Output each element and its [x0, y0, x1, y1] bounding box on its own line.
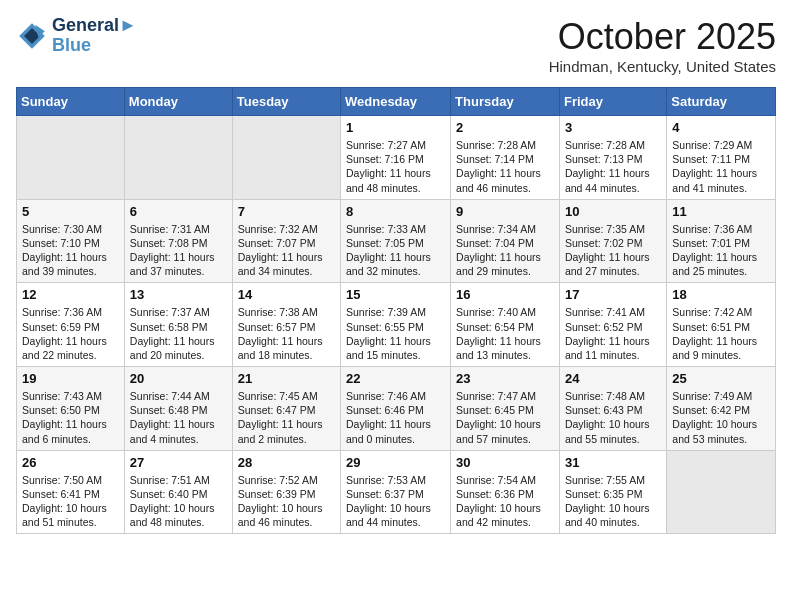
calendar-cell: 15Sunrise: 7:39 AM Sunset: 6:55 PM Dayli…	[341, 283, 451, 367]
day-info: Sunrise: 7:40 AM Sunset: 6:54 PM Dayligh…	[456, 305, 554, 362]
day-info: Sunrise: 7:29 AM Sunset: 7:11 PM Dayligh…	[672, 138, 770, 195]
day-number: 20	[130, 371, 227, 386]
calendar-cell: 12Sunrise: 7:36 AM Sunset: 6:59 PM Dayli…	[17, 283, 125, 367]
day-number: 3	[565, 120, 661, 135]
calendar-table: SundayMondayTuesdayWednesdayThursdayFrid…	[16, 87, 776, 534]
day-number: 22	[346, 371, 445, 386]
calendar-cell: 3Sunrise: 7:28 AM Sunset: 7:13 PM Daylig…	[559, 116, 666, 200]
day-number: 17	[565, 287, 661, 302]
day-info: Sunrise: 7:33 AM Sunset: 7:05 PM Dayligh…	[346, 222, 445, 279]
day-info: Sunrise: 7:36 AM Sunset: 7:01 PM Dayligh…	[672, 222, 770, 279]
calendar-cell: 14Sunrise: 7:38 AM Sunset: 6:57 PM Dayli…	[232, 283, 340, 367]
calendar-cell: 4Sunrise: 7:29 AM Sunset: 7:11 PM Daylig…	[667, 116, 776, 200]
day-number: 4	[672, 120, 770, 135]
day-number: 26	[22, 455, 119, 470]
day-number: 13	[130, 287, 227, 302]
day-info: Sunrise: 7:28 AM Sunset: 7:13 PM Dayligh…	[565, 138, 661, 195]
month-title: October 2025	[549, 16, 776, 58]
day-number: 23	[456, 371, 554, 386]
calendar-cell: 10Sunrise: 7:35 AM Sunset: 7:02 PM Dayli…	[559, 199, 666, 283]
calendar-cell: 20Sunrise: 7:44 AM Sunset: 6:48 PM Dayli…	[124, 367, 232, 451]
weekday-header-saturday: Saturday	[667, 88, 776, 116]
weekday-header-wednesday: Wednesday	[341, 88, 451, 116]
calendar-cell	[124, 116, 232, 200]
day-info: Sunrise: 7:44 AM Sunset: 6:48 PM Dayligh…	[130, 389, 227, 446]
day-info: Sunrise: 7:42 AM Sunset: 6:51 PM Dayligh…	[672, 305, 770, 362]
day-info: Sunrise: 7:27 AM Sunset: 7:16 PM Dayligh…	[346, 138, 445, 195]
weekday-header-row: SundayMondayTuesdayWednesdayThursdayFrid…	[17, 88, 776, 116]
week-row-2: 5Sunrise: 7:30 AM Sunset: 7:10 PM Daylig…	[17, 199, 776, 283]
page-header: General► Blue October 2025 Hindman, Kent…	[16, 16, 776, 75]
week-row-5: 26Sunrise: 7:50 AM Sunset: 6:41 PM Dayli…	[17, 450, 776, 534]
weekday-header-thursday: Thursday	[451, 88, 560, 116]
calendar-cell: 30Sunrise: 7:54 AM Sunset: 6:36 PM Dayli…	[451, 450, 560, 534]
day-number: 11	[672, 204, 770, 219]
calendar-cell	[17, 116, 125, 200]
day-number: 19	[22, 371, 119, 386]
day-info: Sunrise: 7:32 AM Sunset: 7:07 PM Dayligh…	[238, 222, 335, 279]
day-info: Sunrise: 7:47 AM Sunset: 6:45 PM Dayligh…	[456, 389, 554, 446]
day-number: 16	[456, 287, 554, 302]
day-number: 25	[672, 371, 770, 386]
location: Hindman, Kentucky, United States	[549, 58, 776, 75]
day-number: 12	[22, 287, 119, 302]
day-info: Sunrise: 7:37 AM Sunset: 6:58 PM Dayligh…	[130, 305, 227, 362]
weekday-header-sunday: Sunday	[17, 88, 125, 116]
calendar-cell: 19Sunrise: 7:43 AM Sunset: 6:50 PM Dayli…	[17, 367, 125, 451]
week-row-3: 12Sunrise: 7:36 AM Sunset: 6:59 PM Dayli…	[17, 283, 776, 367]
calendar-cell: 25Sunrise: 7:49 AM Sunset: 6:42 PM Dayli…	[667, 367, 776, 451]
day-number: 1	[346, 120, 445, 135]
day-number: 8	[346, 204, 445, 219]
calendar-cell: 31Sunrise: 7:55 AM Sunset: 6:35 PM Dayli…	[559, 450, 666, 534]
day-info: Sunrise: 7:34 AM Sunset: 7:04 PM Dayligh…	[456, 222, 554, 279]
day-number: 18	[672, 287, 770, 302]
day-number: 21	[238, 371, 335, 386]
day-number: 7	[238, 204, 335, 219]
calendar-cell: 21Sunrise: 7:45 AM Sunset: 6:47 PM Dayli…	[232, 367, 340, 451]
calendar-cell: 23Sunrise: 7:47 AM Sunset: 6:45 PM Dayli…	[451, 367, 560, 451]
week-row-4: 19Sunrise: 7:43 AM Sunset: 6:50 PM Dayli…	[17, 367, 776, 451]
day-info: Sunrise: 7:52 AM Sunset: 6:39 PM Dayligh…	[238, 473, 335, 530]
weekday-header-monday: Monday	[124, 88, 232, 116]
calendar-cell: 27Sunrise: 7:51 AM Sunset: 6:40 PM Dayli…	[124, 450, 232, 534]
day-number: 15	[346, 287, 445, 302]
calendar-cell: 13Sunrise: 7:37 AM Sunset: 6:58 PM Dayli…	[124, 283, 232, 367]
day-info: Sunrise: 7:35 AM Sunset: 7:02 PM Dayligh…	[565, 222, 661, 279]
day-info: Sunrise: 7:41 AM Sunset: 6:52 PM Dayligh…	[565, 305, 661, 362]
week-row-1: 1Sunrise: 7:27 AM Sunset: 7:16 PM Daylig…	[17, 116, 776, 200]
day-info: Sunrise: 7:31 AM Sunset: 7:08 PM Dayligh…	[130, 222, 227, 279]
weekday-header-friday: Friday	[559, 88, 666, 116]
calendar-cell: 6Sunrise: 7:31 AM Sunset: 7:08 PM Daylig…	[124, 199, 232, 283]
day-number: 2	[456, 120, 554, 135]
calendar-cell: 18Sunrise: 7:42 AM Sunset: 6:51 PM Dayli…	[667, 283, 776, 367]
day-number: 24	[565, 371, 661, 386]
day-info: Sunrise: 7:39 AM Sunset: 6:55 PM Dayligh…	[346, 305, 445, 362]
day-number: 30	[456, 455, 554, 470]
day-info: Sunrise: 7:51 AM Sunset: 6:40 PM Dayligh…	[130, 473, 227, 530]
day-info: Sunrise: 7:36 AM Sunset: 6:59 PM Dayligh…	[22, 305, 119, 362]
calendar-cell: 17Sunrise: 7:41 AM Sunset: 6:52 PM Dayli…	[559, 283, 666, 367]
day-number: 10	[565, 204, 661, 219]
calendar-cell: 8Sunrise: 7:33 AM Sunset: 7:05 PM Daylig…	[341, 199, 451, 283]
day-info: Sunrise: 7:45 AM Sunset: 6:47 PM Dayligh…	[238, 389, 335, 446]
calendar-cell: 5Sunrise: 7:30 AM Sunset: 7:10 PM Daylig…	[17, 199, 125, 283]
day-info: Sunrise: 7:30 AM Sunset: 7:10 PM Dayligh…	[22, 222, 119, 279]
calendar-cell: 29Sunrise: 7:53 AM Sunset: 6:37 PM Dayli…	[341, 450, 451, 534]
day-info: Sunrise: 7:49 AM Sunset: 6:42 PM Dayligh…	[672, 389, 770, 446]
day-info: Sunrise: 7:28 AM Sunset: 7:14 PM Dayligh…	[456, 138, 554, 195]
logo-icon	[16, 20, 48, 52]
day-number: 9	[456, 204, 554, 219]
day-number: 6	[130, 204, 227, 219]
calendar-cell: 22Sunrise: 7:46 AM Sunset: 6:46 PM Dayli…	[341, 367, 451, 451]
logo: General► Blue	[16, 16, 137, 56]
title-block: October 2025 Hindman, Kentucky, United S…	[549, 16, 776, 75]
calendar-cell	[232, 116, 340, 200]
day-number: 29	[346, 455, 445, 470]
calendar-cell: 28Sunrise: 7:52 AM Sunset: 6:39 PM Dayli…	[232, 450, 340, 534]
day-info: Sunrise: 7:50 AM Sunset: 6:41 PM Dayligh…	[22, 473, 119, 530]
calendar-cell: 26Sunrise: 7:50 AM Sunset: 6:41 PM Dayli…	[17, 450, 125, 534]
calendar-cell: 16Sunrise: 7:40 AM Sunset: 6:54 PM Dayli…	[451, 283, 560, 367]
day-number: 14	[238, 287, 335, 302]
day-info: Sunrise: 7:53 AM Sunset: 6:37 PM Dayligh…	[346, 473, 445, 530]
calendar-cell	[667, 450, 776, 534]
